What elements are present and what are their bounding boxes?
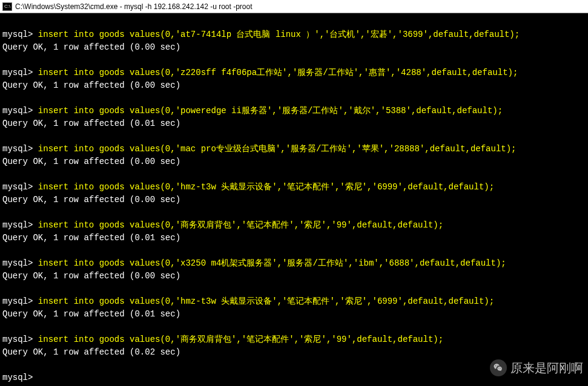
sql-command: insert into goods values(0,'hmz-t3w 头戴显示… — [38, 296, 494, 306]
sql-command: insert into goods values(0,'mac pro专业级台式… — [38, 144, 517, 154]
mysql-prompt: mysql> — [2, 296, 33, 306]
sql-command: insert into goods values(0,'at7-7414lp 台… — [38, 30, 520, 39]
mysql-prompt: mysql> — [2, 258, 33, 268]
command-line: mysql> insert into goods values(0,'z220s… — [2, 67, 586, 79]
terminal-output[interactable]: mysql> insert into goods values(0,'at7-7… — [0, 13, 588, 386]
sql-command: insert into goods values(0,'商务双肩背包','笔记本… — [38, 335, 443, 344]
query-result: Query OK, 1 row affected (0.00 sec) — [2, 79, 586, 92]
sql-command: insert into goods values(0,'hmz-t3w 头戴显示… — [38, 182, 494, 192]
blank-line — [2, 244, 586, 257]
blank-line — [2, 321, 586, 333]
query-result: Query OK, 1 row affected (0.01 sec) — [2, 117, 586, 130]
command-line: mysql> insert into goods values(0,'商务双肩背… — [2, 333, 586, 346]
cmd-icon: C:\ — [2, 2, 12, 11]
watermark: 原来是阿刚啊 — [490, 359, 583, 376]
blank-line — [2, 92, 586, 105]
query-result: Query OK, 1 row affected (0.02 sec) — [2, 346, 586, 359]
query-result: Query OK, 1 row affected (0.00 sec) — [2, 155, 586, 168]
query-result: Query OK, 1 row affected (0.00 sec) — [2, 270, 586, 283]
mysql-prompt: mysql> — [2, 335, 33, 344]
query-result: Query OK, 1 row affected (0.00 sec) — [2, 41, 586, 54]
command-line: mysql> insert into goods values(0,'power… — [2, 105, 586, 117]
sql-command: insert into goods values(0,'z220sff f4f0… — [38, 68, 518, 77]
sql-command: insert into goods values(0,'商务双肩背包','笔记本… — [38, 220, 443, 230]
blank-line — [2, 168, 586, 181]
sql-command: insert into goods values(0,'poweredge ii… — [38, 106, 503, 116]
query-result: Query OK, 1 row affected (0.00 sec) — [2, 194, 586, 206]
command-line: mysql> insert into goods values(0,'at7-7… — [2, 28, 586, 41]
mysql-prompt: mysql> — [2, 220, 33, 230]
mysql-prompt: mysql> — [2, 106, 33, 116]
mysql-prompt: mysql> — [2, 68, 33, 77]
watermark-text: 原来是阿刚啊 — [510, 360, 583, 376]
blank-line — [2, 206, 586, 219]
mysql-prompt: mysql> — [2, 30, 33, 39]
blank-line — [2, 54, 586, 67]
mysql-prompt: mysql> — [2, 373, 33, 382]
blank-line — [2, 16, 586, 28]
mysql-prompt: mysql> — [2, 182, 33, 192]
command-line: mysql> insert into goods values(0,'mac p… — [2, 143, 586, 155]
window-title-bar: C:\ C:\Windows\System32\cmd.exe - mysql … — [0, 0, 588, 13]
blank-line — [2, 130, 586, 143]
wechat-icon — [490, 359, 507, 376]
mysql-prompt: mysql> — [2, 144, 33, 154]
command-line: mysql> insert into goods values(0,'hmz-t… — [2, 181, 586, 194]
sql-command: insert into goods values(0,'x3250 m4机架式服… — [38, 258, 506, 268]
blank-line — [2, 283, 586, 295]
window-title-text: C:\Windows\System32\cmd.exe - mysql -h 1… — [15, 2, 253, 11]
query-result: Query OK, 1 row affected (0.01 sec) — [2, 232, 586, 244]
command-line: mysql> insert into goods values(0,'x3250… — [2, 257, 586, 270]
query-result: Query OK, 1 row affected (0.01 sec) — [2, 308, 586, 321]
command-line: mysql> insert into goods values(0,'hmz-t… — [2, 295, 586, 308]
command-line: mysql> insert into goods values(0,'商务双肩背… — [2, 219, 586, 232]
